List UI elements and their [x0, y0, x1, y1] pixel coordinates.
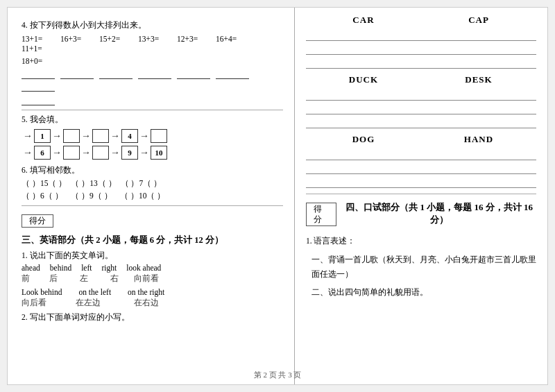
answer-6: [216, 68, 249, 79]
exam-page: 4. 按下列得数从小到大排列出来。 13+1= 16+3= 15+2= 13+3…: [7, 7, 548, 385]
writing-line-3a: [306, 148, 536, 160]
fill-row-2: （ ）6（ ） （ ）9（ ） （ ）10（ ）: [22, 191, 283, 201]
word-pair-3: DOG HAND: [306, 134, 536, 145]
phrase-row: Look behind on the left on the right: [22, 288, 283, 296]
math-item-2: 16+3=: [60, 35, 94, 43]
answer-8: [22, 94, 55, 105]
flow-box-2d: 9: [121, 146, 138, 160]
math-item-1: 13+1=: [22, 35, 55, 43]
answer-2: [60, 68, 94, 79]
flow-box-1e: [151, 129, 167, 143]
answer-7: [22, 80, 55, 92]
flow-box-2e: 10: [151, 146, 167, 160]
flow-row-2: → 6 → → → 9 → 10: [22, 146, 283, 160]
math-item-7: 11+1=: [22, 44, 55, 53]
score-box-right: 得分: [306, 203, 336, 226]
math-item-6: 16+4=: [216, 35, 249, 43]
phrase-2: on the left: [78, 288, 111, 296]
section3-sub1: 1. 说出下面的英文单词。: [22, 250, 283, 261]
writing-line-2a: [306, 88, 536, 101]
section4-title: 4. 按下列得数从小到大排列出来。: [22, 20, 283, 31]
fill-item-1: （ ）15（ ）: [22, 178, 67, 189]
word-hand: HAND: [458, 134, 500, 145]
section4-title: 四、口试部分（共 1 小题，每题 16 分，共计 16 分）: [342, 201, 536, 226]
arrow-1: →: [23, 130, 33, 142]
word-right: right: [101, 264, 117, 272]
oral-item-1: 一、背诵一首儿歌（秋天到、月亮、小白兔开超市三首儿歌里面任选一）: [311, 253, 536, 282]
word-cap: CAP: [458, 15, 500, 26]
answer-5: [177, 68, 210, 79]
cn-xiangqiankan: 向前看: [134, 273, 159, 284]
answer-1: [22, 68, 55, 79]
flow-box-2b: [63, 146, 80, 160]
phrase-cn-row: 向后看 在左边 在右边: [22, 298, 283, 308]
flow-box-1b: [63, 129, 80, 143]
word-look-ahead: look ahead: [126, 264, 161, 272]
word-pair-1: CAR CAP: [306, 15, 536, 26]
word-section-1: CAR CAP: [306, 15, 536, 69]
flow-box-1d: 4: [121, 129, 138, 143]
left-column: 4. 按下列得数从小到大排列出来。 13+1= 16+3= 15+2= 13+3…: [8, 8, 295, 384]
writing-lines-1: [306, 28, 536, 69]
flow-box-2a: 6: [34, 146, 51, 160]
word-desk: DESK: [458, 74, 500, 85]
chinese-words: 前 后 左 右 向前看: [22, 273, 283, 284]
cn-hou: 后: [49, 273, 58, 284]
oral-item-2: 二、说出四句简单的礼貌用语。: [311, 285, 536, 300]
fill-row-1: （ ）15（ ） （ ）13（ ） （ ）7（ ）: [22, 178, 283, 189]
word-ahead: ahead: [22, 264, 40, 272]
arrow-9: →: [110, 147, 120, 158]
math-items-row: 13+1= 16+3= 15+2= 13+3= 12+3= 16+4= 11+1…: [22, 35, 283, 53]
word-left: left: [81, 264, 92, 272]
answer-3: [99, 68, 133, 79]
answer-4: [138, 68, 171, 79]
flow-row-1: → 1 → → → 4 →: [22, 129, 283, 143]
writing-line-1b: [306, 42, 536, 55]
section3-sub2: 2. 写出下面单词对应的小写。: [22, 312, 283, 323]
flow-box-2c: [92, 146, 109, 160]
writing-lines-3: [306, 148, 536, 188]
math-item-8: 18+0=: [22, 57, 55, 65]
fill-item-4: （ ）6（ ）: [22, 191, 67, 201]
page-footer: 第 2 页 共 3 页: [8, 370, 547, 380]
fill-item-3: （ ）7（ ）: [121, 178, 166, 189]
flow-box-1a: 1: [34, 129, 51, 143]
arrow-8: →: [81, 147, 91, 158]
writing-line-1a: [306, 28, 536, 41]
phrase-cn-2: 在左边: [76, 298, 101, 308]
fill-item-2: （ ）13（ ）: [71, 178, 116, 189]
cn-qian: 前: [22, 273, 30, 284]
word-behind: behind: [50, 264, 71, 272]
arrow-3: →: [81, 130, 91, 142]
cn-zuo: 左: [80, 273, 88, 284]
phrase-1: Look behind: [22, 288, 62, 296]
fill-item-6: （ ）10（ ）: [120, 191, 165, 201]
arrow-2: →: [52, 130, 62, 142]
section3-title: 三、英语部分（共 2 小题，每题 6 分，共计 12 分）: [22, 235, 283, 246]
answer-lines: [22, 68, 283, 92]
english-words: ahead behind left right look ahead: [22, 264, 283, 272]
section6-title: 6. 填写相邻数。: [22, 165, 283, 176]
word-dog: DOG: [343, 134, 384, 145]
word-section-2: DUCK DESK: [306, 74, 536, 128]
math-item-5: 12+3=: [177, 35, 210, 43]
arrow-4: →: [110, 130, 120, 142]
fill-item-5: （ ）9（ ）: [71, 191, 116, 201]
arrow-6: →: [23, 147, 33, 158]
word-pair-2: DUCK DESK: [306, 74, 536, 85]
arrow-5: →: [139, 130, 149, 142]
arrow-7: →: [52, 147, 62, 158]
writing-line-3c: [306, 176, 536, 188]
phrase-cn-1: 向后看: [22, 298, 46, 308]
writing-line-1c: [306, 56, 536, 69]
phrase-3: on the right: [128, 288, 164, 296]
word-duck: DUCK: [343, 74, 384, 85]
flow-chart: → 1 → → → 4 → → 6 → → → 9 →: [22, 129, 283, 160]
answer-lines2: [22, 94, 283, 105]
math-item-4: 13+3=: [138, 35, 171, 43]
math-items-row2: 18+0=: [22, 57, 283, 65]
writing-line-2c: [306, 116, 536, 128]
writing-lines-2: [306, 88, 536, 128]
oral-sub-title: 1. 语言表述：: [306, 235, 536, 248]
score-box-left: 得分: [22, 214, 53, 228]
